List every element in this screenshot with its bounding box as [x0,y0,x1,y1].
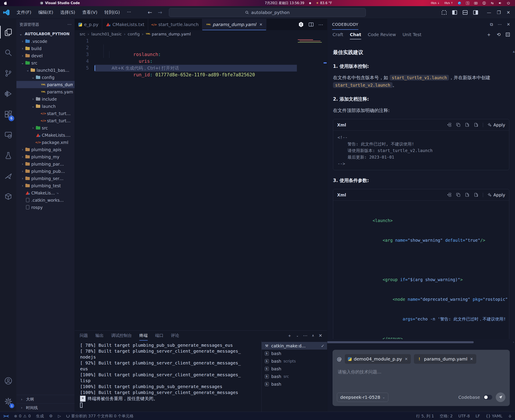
panel-more-icon[interactable]: ⋯ [303,333,307,338]
breadcrumb-item[interactable]: launch01_basic [91,32,122,36]
terminal-list-item[interactable]: catkin_make:d… ✓ [262,342,327,350]
menubar-weather[interactable]: ☀83.6 °F [316,1,332,5]
panel-tab[interactable]: 评论 [171,330,179,341]
tree-item[interactable]: › include [16,95,75,103]
breadcrumb-file[interactable]: params_dump.yaml [146,32,191,36]
tree-item[interactable]: › .vscode [16,38,75,45]
tree-item[interactable]: package.xml [16,139,75,146]
menubar-clock[interactable]: 7月20日 星期日 13:56:39 [265,1,304,5]
menu-item[interactable]: ··· [123,8,134,17]
context-chip[interactable]: demo04_module_p.py ✕ [345,354,411,364]
panel-tab[interactable]: 输出 [95,330,104,341]
tree-root[interactable]: ⌄AUTOLABOR_PYTHON [16,30,75,38]
run-task-icon[interactable]: ▷ [58,414,61,418]
gear-icon[interactable]: ⚙ [49,414,53,418]
tree-item[interactable]: › plumbing_par… [16,160,75,168]
editor-more-icon[interactable]: ⋯ [318,22,323,27]
activity-explorer[interactable] [0,22,16,42]
tree-item[interactable]: start_turt… [16,110,75,117]
tree-item[interactable]: › plumbing_ser… [16,175,75,182]
panel-more-icon[interactable]: ⋯ [498,22,502,27]
eol-status[interactable]: LF [476,414,480,418]
apply-button[interactable]: Apply [487,191,505,199]
activity-ros[interactable] [0,166,16,186]
analysis-status[interactable]: 要分析的 377 个文件和 0 个单元格 [66,413,134,419]
tab-close-icon[interactable]: ✕ [259,22,262,27]
command-center-search[interactable]: autolabor_python [169,8,366,17]
new-terminal-icon[interactable]: ＋ [287,333,292,339]
activity-run-debug[interactable] [0,83,16,104]
tree-item[interactable]: rospy [16,204,75,211]
terminal-dropdown-icon[interactable]: ⌄ [296,334,299,337]
toggle-secondary-sidebar-icon[interactable] [473,10,478,15]
codebuddy-tab[interactable]: Unit Test [403,30,421,39]
panel-tab[interactable]: 问题 [80,330,88,341]
menu-item[interactable]: 文件(F) [13,8,35,17]
terminal-list-item[interactable]: bash [262,365,327,373]
history-icon[interactable]: ⟲ [497,32,500,37]
activity-testing[interactable] [0,145,16,166]
context-chip[interactable]: params_dump.yaml ✕ [414,354,476,364]
editor-tab[interactable]: start_turtle.launch ✕ [148,19,202,30]
activity-extensions[interactable]: 6 [0,104,16,125]
tree-item[interactable]: ⌄ config [16,74,75,81]
new-file-code-icon[interactable] [465,122,470,127]
accessibility-tray-icon[interactable] [482,1,486,5]
editor-tab[interactable]: params_dump.yaml ✕ [202,19,266,30]
new-file-code-icon[interactable] [465,193,470,197]
tree-item[interactable]: › devel [16,52,75,59]
language-mode-status[interactable]: {} YAML [486,414,502,418]
insert-code-icon[interactable] [447,122,452,127]
s-tray-icon[interactable]: S [466,1,469,5]
terminal-list-item[interactable]: bash scripts [262,357,327,365]
timeline-section[interactable]: ›时间线 [16,403,75,412]
tree-item[interactable]: params.yaml [16,88,75,95]
apply-button[interactable]: Apply [487,121,505,129]
chat-scrollbar[interactable]: ▲ [513,48,515,326]
codebuddy-tab[interactable]: Craft [333,30,343,39]
chat-input-placeholder[interactable]: 请输入你的技术问题... [338,369,505,375]
toggle-panel-icon[interactable] [463,10,468,15]
chip-remove-icon[interactable]: ✕ [470,357,473,361]
activity-settings[interactable]: 1 [0,391,16,412]
nav-forward-icon[interactable]: → [158,9,162,15]
terminal-list-item[interactable]: bash [262,350,327,357]
terminal-output[interactable]: [ 78%] Built target plumbing_pub_sub_gen… [75,341,261,412]
camera-tray-icon[interactable] [474,1,478,5]
tree-item[interactable]: › plumbing_apis [16,146,75,153]
minimap[interactable] [298,39,324,43]
volume-tray-icon[interactable] [498,1,502,5]
tree-item[interactable]: params_dum… [16,81,75,88]
expand-icon[interactable] [506,33,510,37]
maximize-panel-icon[interactable]: ∧ [312,334,314,338]
codebuddy-tab[interactable]: Chat [350,30,361,39]
indentation-status[interactable]: 空格: 2 [440,413,453,419]
activity-search[interactable] [0,42,16,63]
codebuddy-title[interactable]: CODEBUDDY [332,19,358,30]
copy-code-icon[interactable] [456,193,461,197]
tree-item[interactable]: › plumbing_my [16,153,75,160]
tree-item[interactable]: start_turt… [16,117,75,124]
menu-item[interactable]: 转到(G) [101,8,123,17]
insert-code-icon[interactable] [447,193,452,197]
tree-item[interactable]: › plumbing_test [16,182,75,189]
panel-tab[interactable]: 调试控制台 [111,330,132,341]
split-editor-icon[interactable] [309,22,313,26]
copy-code-icon[interactable] [456,122,461,127]
close-panel-icon[interactable]: ✕ [319,333,322,338]
tree-item[interactable]: › build [16,45,75,52]
new-chat-icon[interactable]: ＋ [486,31,491,38]
encoding-status[interactable]: UTF-8 [458,414,470,418]
panel-hscrollbar[interactable]: › [327,341,515,343]
mention-icon[interactable]: @ [337,356,342,362]
code-editor[interactable]: 1 roslaunch: 2 uris: 3 [75,38,327,330]
codebuddy-tab[interactable]: Code Review [368,30,396,39]
tree-item[interactable]: CMakeLists.… [16,131,75,139]
restore-button[interactable]: ❐ [497,10,501,15]
panel-tab[interactable]: 终端 [139,330,148,341]
edge-browser-icon[interactable] [458,1,461,5]
panel-close-icon[interactable]: ✕ [507,22,510,27]
sidebar-more-icon[interactable]: ··· [67,22,72,27]
activity-account[interactable] [0,371,16,391]
chat-content[interactable]: ‥‥ ‥‥‥ 最佳实践建议 1. 使用版本控制: 在文件名中包含版本号，如 st… [327,39,515,339]
